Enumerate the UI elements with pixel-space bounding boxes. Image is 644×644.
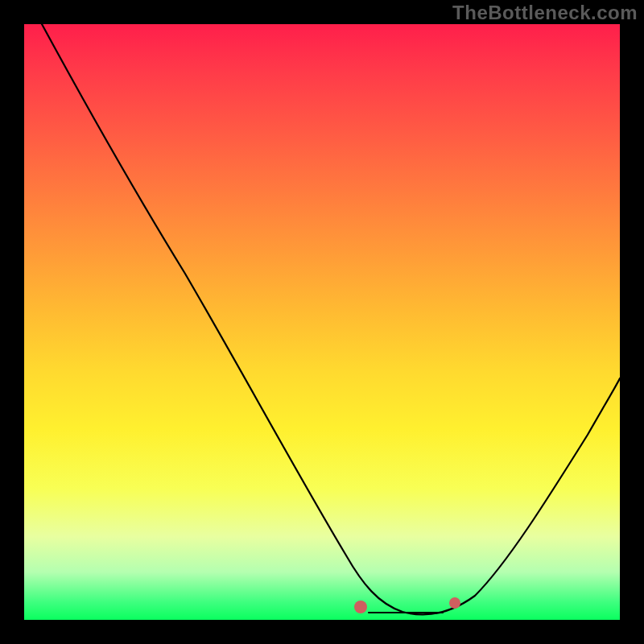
chart-curve-layer [24,24,620,620]
marker-end [449,597,460,609]
watermark-text: TheBottleneck.com [452,2,638,24]
plot-area [24,24,620,620]
bottleneck-curve [42,24,620,614]
marker-start [354,601,367,613]
